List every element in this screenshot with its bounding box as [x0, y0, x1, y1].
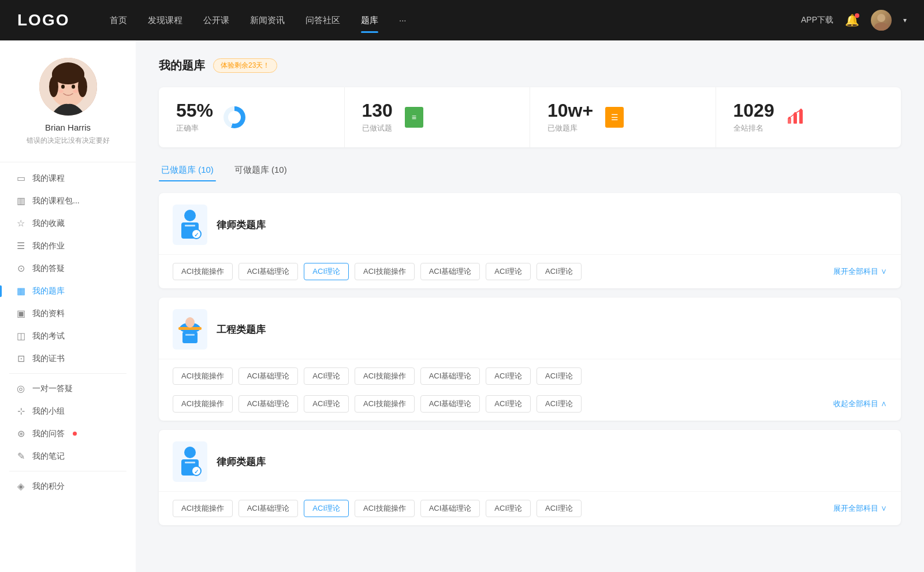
nav-item-open-course[interactable]: 公开课: [203, 13, 229, 28]
sidebar-item-my-exam[interactable]: ◫ 我的考试: [6, 325, 130, 347]
sidebar: Brian Harris 错误的决定比没有决定要好 ▭ 我的课程 ▥ 我的课程包…: [0, 40, 136, 572]
course-pack-icon: ▥: [15, 195, 27, 206]
stat-accuracy-icon: [222, 105, 247, 129]
sidebar-item-my-qa[interactable]: ⊛ 我的问答: [6, 422, 130, 445]
bank-tag-eng-extra-6[interactable]: ACI理论: [536, 395, 582, 413]
bank-tag-5[interactable]: ACI理论: [486, 263, 531, 280]
bank-tag-law2-0[interactable]: ACI技能操作: [173, 500, 233, 517]
bank-tag-law2-6[interactable]: ACI理论: [536, 500, 582, 517]
favorites-icon: ☆: [15, 218, 27, 229]
svg-rect-27: [185, 334, 195, 336]
sidebar-item-my-favorites[interactable]: ☆ 我的收藏: [6, 212, 130, 235]
exam-icon: ◫: [15, 330, 27, 341]
nav-item-bank[interactable]: 题库: [361, 13, 378, 28]
group-icon: ⊹: [15, 406, 27, 417]
svg-point-18: [800, 109, 802, 111]
bank-tag-2-active[interactable]: ACI理论: [304, 263, 349, 280]
bank-collapse-2[interactable]: 收起全部科目 ∧: [833, 399, 887, 409]
nav-right: APP下载 🔔 ▾: [801, 10, 907, 31]
sidebar-divider: [0, 162, 136, 162]
bank-card-lawyer-1: ✓ 律师类题库 ACI技能操作 ACI基础理论 ACI理论 ACI技能操作 AC…: [159, 193, 901, 288]
bank-tag-eng-extra-2[interactable]: ACI理论: [304, 395, 349, 413]
app-download-button[interactable]: APP下载: [801, 15, 833, 25]
bank-tag-eng-extra-4[interactable]: ACI基础理论: [420, 395, 480, 413]
stat-accuracy-value: 55%: [176, 101, 213, 120]
bank-tag-eng-0[interactable]: ACI技能操作: [173, 367, 233, 385]
bank-tag-6[interactable]: ACI理论: [536, 263, 582, 280]
sidebar-item-my-course-pack[interactable]: ▥ 我的课程包...: [6, 190, 130, 212]
nav-item-qa[interactable]: 问答社区: [305, 13, 340, 28]
sidebar-item-my-group[interactable]: ⊹ 我的小组: [6, 400, 130, 422]
bank-tag-eng-extra-0[interactable]: ACI技能操作: [173, 395, 233, 413]
qa-dot: [73, 432, 77, 436]
svg-text:✓: ✓: [194, 232, 199, 238]
stat-accuracy: 55% 正确率: [159, 87, 345, 147]
main-layout: Brian Harris 错误的决定比没有决定要好 ▭ 我的课程 ▥ 我的课程包…: [0, 40, 924, 572]
svg-rect-15: [799, 110, 803, 124]
bank-tag-3[interactable]: ACI技能操作: [355, 263, 415, 280]
bank-tag-eng-extra-3[interactable]: ACI技能操作: [355, 395, 415, 413]
user-menu-chevron[interactable]: ▾: [903, 16, 907, 24]
sidebar-menu: ▭ 我的课程 ▥ 我的课程包... ☆ 我的收藏 ☰ 我的作业 ⊙ 我的答疑 ▦…: [0, 167, 136, 497]
top-navigation: LOGO 首页 发现课程 公开课 新闻资讯 问答社区 题库 ··· APP下载 …: [0, 0, 924, 40]
sidebar-item-my-points[interactable]: ◈ 我的积分: [6, 475, 130, 497]
nav-item-more[interactable]: ···: [399, 13, 407, 28]
sidebar-item-my-cert[interactable]: ⊡ 我的证书: [6, 347, 130, 370]
bank-tag-0[interactable]: ACI技能操作: [173, 263, 233, 280]
bank-tag-law2-2-active[interactable]: ACI理论: [304, 500, 349, 517]
sidebar-avatar: [39, 58, 97, 116]
sidebar-item-my-notes[interactable]: ✎ 我的笔记: [6, 445, 130, 467]
bank-tag-4[interactable]: ACI基础理论: [420, 263, 480, 280]
bank-footer-2: ACI技能操作 ACI基础理论 ACI理论 ACI技能操作 ACI基础理论 AC…: [159, 393, 901, 421]
sidebar-item-my-course[interactable]: ▭ 我的课程: [6, 167, 130, 190]
logo[interactable]: LOGO: [17, 11, 75, 29]
stat-done-questions: 130 已做试题: [345, 87, 531, 147]
bank-tag-1[interactable]: ACI基础理论: [239, 263, 299, 280]
avatar[interactable]: [871, 10, 892, 31]
bank-tag-eng-3[interactable]: ACI技能操作: [355, 367, 415, 385]
bank-tag-eng-6[interactable]: ACI理论: [536, 367, 582, 385]
stat-accuracy-label: 正确率: [176, 123, 213, 133]
bank-card-engineer: 工程类题库 ACI技能操作 ACI基础理论 ACI理论 ACI技能操作 ACI基…: [159, 298, 901, 421]
bank-expand-1[interactable]: 展开全部科目 ∨: [833, 266, 887, 277]
svg-point-7: [49, 76, 58, 97]
bank-tag-eng-5[interactable]: ACI理论: [486, 367, 531, 385]
stat-done-label: 已做试题: [362, 123, 393, 133]
bank-tag-eng-extra-1[interactable]: ACI基础理论: [239, 395, 299, 413]
sidebar-divider-2: [9, 373, 126, 374]
stat-done-value: 130: [362, 101, 393, 120]
questions-icon: ⊙: [15, 263, 27, 274]
bank-tag-eng-4[interactable]: ACI基础理论: [420, 367, 480, 385]
qa-icon: ⊛: [15, 428, 27, 439]
bank-card-header-3: ✓ 律师类题库: [159, 430, 901, 492]
bank-tag-law2-1[interactable]: ACI基础理论: [239, 500, 299, 517]
nav-item-discover[interactable]: 发现课程: [148, 13, 182, 28]
sidebar-item-my-questions[interactable]: ⊙ 我的答疑: [6, 257, 130, 280]
tab-done-banks[interactable]: 已做题库 (10): [159, 159, 216, 181]
tab-available-banks[interactable]: 可做题库 (10): [232, 159, 289, 181]
sidebar-item-my-profile[interactable]: ▣ 我的资料: [6, 302, 130, 325]
bank-tag-eng-1[interactable]: ACI基础理论: [239, 367, 299, 385]
trial-badge: 体验剩余23天！: [213, 58, 277, 73]
nav-item-news[interactable]: 新闻资讯: [250, 13, 285, 28]
sidebar-item-one-on-one[interactable]: ◎ 一对一答疑: [6, 377, 130, 400]
sidebar-item-my-homework[interactable]: ☰ 我的作业: [6, 235, 130, 257]
svg-point-1: [874, 23, 888, 31]
bank-expand-3[interactable]: 展开全部科目 ∨: [833, 503, 887, 514]
bank-tag-law2-5[interactable]: ACI理论: [486, 500, 531, 517]
svg-rect-21: [185, 225, 195, 226]
bank-title-2: 工程类题库: [217, 323, 266, 336]
nav-item-home[interactable]: 首页: [110, 13, 127, 28]
bank-tag-eng-2[interactable]: ACI理论: [304, 367, 349, 385]
stat-banks-icon: [602, 105, 627, 129]
avatar-image: [871, 10, 892, 31]
bank-tag-eng-extra-5[interactable]: ACI理论: [486, 395, 531, 413]
bank-title-3: 律师类题库: [217, 455, 266, 469]
bank-tag-law2-4[interactable]: ACI基础理论: [420, 500, 480, 517]
bank-tag-law2-3[interactable]: ACI技能操作: [355, 500, 415, 517]
nav-menu: 首页 发现课程 公开课 新闻资讯 问答社区 题库 ···: [110, 13, 801, 28]
notes-icon: ✎: [15, 451, 27, 462]
bar-chart-icon: [787, 106, 805, 128]
notification-bell[interactable]: 🔔: [845, 13, 859, 27]
sidebar-item-my-bank[interactable]: ▦ 我的题库: [6, 280, 130, 302]
